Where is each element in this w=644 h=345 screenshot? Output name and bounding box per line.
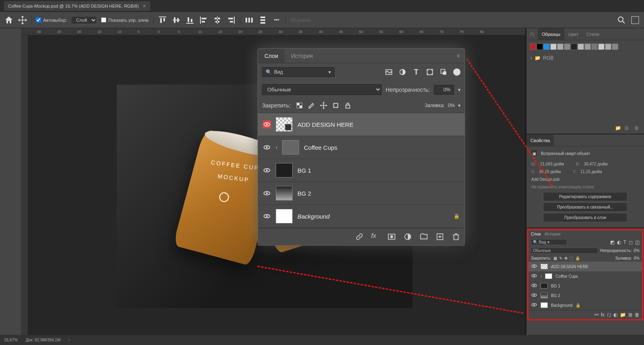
layer-mask-icon[interactable]: ◻ [607, 312, 611, 318]
tab-history-small[interactable]: История [545, 232, 560, 236]
document-tab[interactable]: Coffee-Cups-Mockup.psd @ 16,7% (ADD DESI… [4, 1, 150, 11]
fill-small[interactable]: 0% [634, 256, 640, 260]
filter-type-icon[interactable]: T [412, 68, 420, 76]
filter-smart-icon[interactable]: ◫ [635, 240, 640, 245]
tab-history-big[interactable]: История [285, 49, 319, 63]
visibility-toggle[interactable] [531, 302, 537, 309]
tab-layers-big[interactable]: Слои [258, 49, 285, 63]
lock-move-icon[interactable] [320, 101, 328, 109]
lock-transparent-icon[interactable] [295, 101, 303, 109]
view-options-icon[interactable] [630, 15, 640, 25]
auto-select-target[interactable]: Слой [71, 16, 97, 24]
blend-mode-small[interactable]: Обычные [531, 248, 598, 254]
show-controls-checkbox[interactable]: Показать упр. элем. [101, 17, 149, 23]
convert-layers-button[interactable]: Преобразовать в слои [543, 213, 627, 222]
filter-adjust-icon[interactable] [398, 68, 407, 76]
layer-filter-big[interactable]: 🔍 Вид▾ [262, 67, 334, 77]
align-bottom-icon[interactable] [185, 15, 195, 25]
layer-row[interactable]: ADD DESIGN HERE [528, 262, 642, 271]
group-icon[interactable] [419, 232, 428, 241]
layer-thumbnail[interactable] [541, 293, 548, 298]
layer-filter-small[interactable]: 🔍 Вид ▾ [531, 239, 567, 245]
align-top-icon[interactable] [158, 15, 167, 25]
lock-paint-icon[interactable] [308, 101, 316, 109]
auto-select-checkbox[interactable]: Автовыбор: [36, 17, 67, 23]
fill-big[interactable]: 0% [448, 103, 455, 108]
trash-icon[interactable]: 🗑 [634, 125, 641, 132]
convert-linked-button[interactable]: Преобразовать в связанный... [543, 202, 627, 212]
visibility-toggle[interactable] [263, 189, 271, 197]
layer-row[interactable]: ›Coffee Cups [528, 271, 642, 281]
filter-smart-icon[interactable] [440, 68, 448, 76]
edit-content-button[interactable]: Редактировать содержимое [543, 192, 627, 201]
x-value[interactable]: 34,29 дюйм [539, 169, 561, 174]
layer-row[interactable]: ›Coffee Cups [258, 136, 464, 159]
link-layers-icon[interactable] [355, 232, 364, 241]
opacity-dropdown-icon[interactable]: ▾ [458, 87, 460, 93]
group-icon[interactable]: 📁 [620, 312, 626, 318]
swatch-folder-rgb[interactable]: ›📁 RGB [526, 53, 644, 63]
swatch[interactable] [564, 43, 570, 50]
layer-thumbnail[interactable] [541, 302, 548, 308]
visibility-toggle[interactable] [263, 166, 271, 174]
adjustment-icon[interactable] [403, 232, 412, 241]
new-layer-icon[interactable] [436, 232, 444, 241]
layer-row[interactable]: ADD DESIGN HERE [258, 113, 464, 136]
width-value[interactable]: 21,083 дюйм [540, 162, 564, 166]
delete-layer-icon[interactable]: 🗑 [635, 312, 640, 318]
swatch[interactable] [543, 43, 550, 50]
swatch[interactable] [598, 43, 605, 50]
filter-pixel-icon[interactable]: ◩ [610, 240, 615, 245]
layer-thumbnail[interactable] [541, 264, 548, 269]
visibility-toggle[interactable] [263, 120, 271, 128]
fill-dropdown-icon[interactable]: ▾ [458, 103, 460, 108]
new-swatch-icon[interactable]: ⊞ [625, 125, 631, 132]
lock-all-icon[interactable]: 🔒 [575, 256, 580, 260]
swatch[interactable] [537, 43, 543, 50]
layer-thumbnail[interactable] [541, 283, 548, 289]
expand-icon[interactable]: › [541, 274, 542, 279]
filter-shape-icon[interactable] [426, 68, 434, 76]
layer-row[interactable]: BG 1 [528, 281, 642, 291]
swatch[interactable] [605, 43, 611, 50]
tab-properties[interactable]: Свойства [526, 134, 554, 146]
height-value[interactable]: 30,472 дюйм [584, 162, 608, 166]
blend-mode-big[interactable]: Обычные [262, 84, 382, 95]
new-folder-icon[interactable]: 📁 [615, 125, 621, 132]
zoom-level[interactable]: 16,67% [4, 338, 18, 342]
lock-transparent-icon[interactable]: ▦ [553, 256, 557, 260]
swatch[interactable] [550, 43, 557, 50]
layer-row[interactable]: Background🔒 [258, 205, 464, 228]
swatch[interactable] [557, 43, 564, 50]
layer-row[interactable]: BG 1 [258, 159, 464, 182]
layer-thumbnail[interactable] [276, 186, 293, 200]
align-left-icon[interactable] [199, 15, 208, 25]
link-layers-icon[interactable]: ⚯ [594, 312, 599, 318]
filter-shape-icon[interactable]: ◻ [629, 240, 633, 245]
layer-row[interactable]: BG 2 [528, 291, 642, 300]
layer-mask-icon[interactable] [387, 232, 396, 241]
layer-row[interactable]: BG 2 [258, 182, 464, 205]
document-info[interactable]: Док: 62,9M/394,1M [26, 338, 60, 342]
move-tool-icon[interactable] [18, 15, 27, 25]
more-icon[interactable]: ••• [272, 15, 281, 25]
align-vcenter-icon[interactable] [171, 15, 181, 25]
swatch[interactable] [578, 43, 584, 50]
tab-swatches[interactable]: Образцы [538, 28, 564, 40]
filter-pixel-icon[interactable] [385, 68, 393, 76]
tab-styles[interactable]: Стили [582, 28, 603, 40]
delete-layer-icon[interactable] [452, 232, 460, 241]
lock-artboard-icon[interactable] [332, 101, 340, 109]
lock-artboard-icon[interactable]: ⬚ [570, 256, 573, 260]
opacity-small[interactable]: 0% [634, 248, 640, 253]
filter-type-icon[interactable]: T [623, 240, 626, 245]
swatch[interactable] [530, 43, 536, 50]
align-hcenter-icon[interactable] [213, 15, 222, 25]
tab-color[interactable]: Цвет [564, 28, 582, 40]
layer-fx-icon[interactable]: fx [601, 312, 605, 318]
swatch[interactable] [612, 43, 618, 50]
y-value[interactable]: 11,15 дюйм [580, 169, 602, 174]
lock-paint-icon[interactable]: ✎ [559, 256, 562, 260]
distribute-h-icon[interactable] [244, 15, 254, 25]
expand-icon[interactable]: › [276, 145, 277, 150]
